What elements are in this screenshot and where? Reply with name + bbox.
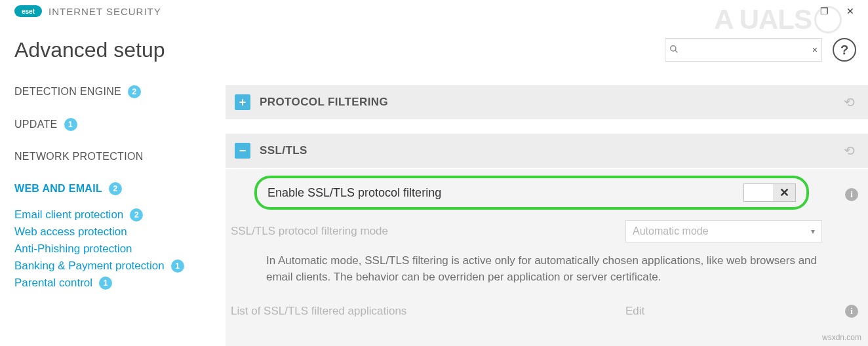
undo-icon[interactable]: ⟲ xyxy=(844,143,855,159)
source-tag: wsxdn.com xyxy=(822,333,861,342)
search-clear-icon[interactable]: × xyxy=(812,45,818,55)
svg-point-0 xyxy=(671,45,676,50)
sidebar-badge: 1 xyxy=(64,118,77,131)
settings-table: List of SSL/TLS filtered applications Ed… xyxy=(231,298,868,324)
sidebar-sub-web-access-protection[interactable]: Web access protection xyxy=(14,225,211,239)
search-input[interactable] xyxy=(681,44,812,56)
filtering-mode-select[interactable]: Automatic mode ▾ xyxy=(625,220,822,242)
section-title: SSL/TLS xyxy=(260,144,307,157)
sidebar-item-label: WEB AND EMAIL xyxy=(14,183,102,195)
expand-icon[interactable]: + xyxy=(235,94,250,110)
enable-ssl-tls-toggle[interactable]: ✕ xyxy=(743,183,796,202)
product-name: INTERNET SECURITY xyxy=(49,6,161,17)
section-ssl-tls-body: Enable SSL/TLS protocol filtering ✕ i SS… xyxy=(226,169,868,346)
toggle-off-icon: ✕ xyxy=(773,184,795,201)
close-window-button[interactable]: ✕ xyxy=(844,5,856,17)
search-box[interactable]: × xyxy=(665,38,822,62)
filtered-apps-edit-link[interactable]: Edit xyxy=(625,305,644,317)
filtered-apps-row: List of SSL/TLS filtered applications Ed… xyxy=(231,298,868,324)
sidebar-item-label: Web access protection xyxy=(14,225,127,239)
section-title: PROTOCOL FILTERING xyxy=(260,96,388,109)
sidebar-badge: 2 xyxy=(128,85,141,98)
sidebar-item-update[interactable]: UPDATE 1 xyxy=(14,118,211,131)
collapse-icon[interactable]: − xyxy=(235,143,250,159)
filtering-mode-row: SSL/TLS protocol filtering mode Automati… xyxy=(231,214,868,249)
sidebar-item-label: Anti-Phishing protection xyxy=(14,242,132,256)
help-button[interactable]: ? xyxy=(833,38,856,62)
eset-logo: eset xyxy=(14,5,42,17)
window-controls: ❐ ✕ xyxy=(818,5,856,17)
sidebar-item-network-protection[interactable]: NETWORK PROTECTION xyxy=(14,151,211,163)
search-icon xyxy=(669,45,679,56)
sidebar-item-label: NETWORK PROTECTION xyxy=(14,151,144,163)
sidebar-item-label: Parental control xyxy=(14,277,92,290)
sidebar-sub-anti-phishing[interactable]: Anti-Phishing protection xyxy=(14,242,211,256)
chevron-down-icon: ▾ xyxy=(811,227,815,236)
page-title: Advanced setup xyxy=(14,38,165,62)
sidebar-badge: 2 xyxy=(109,182,122,195)
sidebar-subitems: Email client protection 2 Web access pro… xyxy=(14,208,211,290)
sidebar-item-label: UPDATE xyxy=(14,119,58,130)
enable-ssl-tls-label: Enable SSL/TLS protocol filtering xyxy=(267,186,441,200)
info-icon[interactable]: i xyxy=(845,305,858,318)
maximize-button[interactable]: ❐ xyxy=(818,5,830,17)
sidebar-badge: 1 xyxy=(99,277,112,290)
settings-table: SSL/TLS protocol filtering mode Automati… xyxy=(231,214,868,249)
filtered-apps-label: List of SSL/TLS filtered applications xyxy=(231,298,625,324)
section-protocol-filtering[interactable]: + PROTOCOL FILTERING ⟲ xyxy=(226,85,868,121)
sidebar-badge: 1 xyxy=(171,260,184,273)
brand: eset INTERNET SECURITY xyxy=(14,5,161,17)
section-ssl-tls[interactable]: − SSL/TLS ⟲ xyxy=(226,134,868,169)
info-icon[interactable]: i xyxy=(845,188,858,201)
sidebar-item-detection-engine[interactable]: DETECTION ENGINE 2 xyxy=(14,85,211,98)
content: + PROTOCOL FILTERING ⟲ − SSL/TLS ⟲ Enabl… xyxy=(226,85,868,346)
filtering-mode-value: Automatic mode xyxy=(633,225,709,237)
filtering-mode-label: SSL/TLS protocol filtering mode xyxy=(231,214,625,249)
sidebar-item-label: DETECTION ENGINE xyxy=(14,86,121,98)
sidebar: DETECTION ENGINE 2 UPDATE 1 NETWORK PROT… xyxy=(14,85,211,294)
sidebar-item-label: Email client protection xyxy=(14,208,123,221)
sidebar-item-web-and-email[interactable]: WEB AND EMAIL 2 xyxy=(14,182,211,195)
enable-ssl-tls-row-highlight: Enable SSL/TLS protocol filtering ✕ xyxy=(254,176,809,210)
sidebar-sub-parental-control[interactable]: Parental control 1 xyxy=(14,277,211,290)
svg-line-1 xyxy=(675,50,678,52)
sidebar-badge: 2 xyxy=(130,208,143,221)
undo-icon[interactable]: ⟲ xyxy=(844,94,855,110)
sidebar-item-label: Banking & Payment protection xyxy=(14,260,165,273)
sidebar-sub-banking-payment[interactable]: Banking & Payment protection 1 xyxy=(14,260,211,273)
sidebar-sub-email-client-protection[interactable]: Email client protection 2 xyxy=(14,208,211,221)
filtering-mode-description: In Automatic mode, SSL/TLS filtering is … xyxy=(231,249,868,298)
